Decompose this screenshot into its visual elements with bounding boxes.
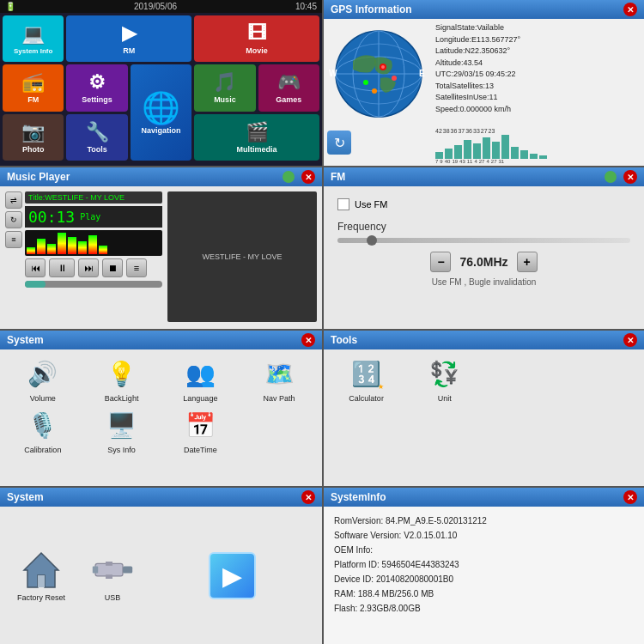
bottom-system-panel: System ✕ Factory Reset <box>0 488 322 644</box>
bar-11 <box>530 154 538 159</box>
satellite-bars <box>435 135 641 159</box>
sysinfo-label: Sys Info <box>107 446 136 454</box>
fm-decrease-button[interactable]: − <box>430 252 451 272</box>
tools-calculator-item[interactable]: 🔢 ★ Calculator <box>329 355 404 403</box>
multimedia-tile-icon: 🎬 <box>246 121 269 143</box>
sysinfo-header: SystemInfo ✕ <box>324 488 644 507</box>
eq-bar-1 <box>27 247 35 254</box>
use-fm-checkbox[interactable] <box>337 198 349 210</box>
fm-increase-button[interactable]: + <box>517 252 538 272</box>
music-close-button[interactable]: ✕ <box>301 170 315 184</box>
music-eq-button[interactable]: ≡ <box>5 231 22 248</box>
tile-games-label: Games <box>276 95 301 104</box>
calibration-icon: 🎙️ <box>24 406 62 444</box>
tile-tools-label: Tools <box>87 145 106 154</box>
music-title: Music Player <box>7 171 70 183</box>
svg-text:W: W <box>329 69 337 78</box>
tools-title: Tools <box>331 334 357 346</box>
system-volume-item[interactable]: 🔊 Volume <box>5 355 81 403</box>
system-datetime-item[interactable]: 📅 DateTime <box>163 406 239 454</box>
music-time-display: 00:13 Play <box>25 206 162 228</box>
music-prev-button[interactable]: ⏮ <box>25 258 46 277</box>
music-stop-button[interactable]: ⏹ <box>102 258 123 277</box>
tile-games[interactable]: 🎮 Games <box>258 64 319 111</box>
tile-sysinfo[interactable]: 💻 System Info <box>3 15 64 62</box>
tools-tile-icon: 🔧 <box>86 121 109 143</box>
tools-header: Tools ✕ <box>324 331 644 349</box>
system-header: System ✕ <box>0 331 322 349</box>
music-tile-icon: 🎵 <box>213 71 236 94</box>
system-navpath-item[interactable]: 🗺️ Nav Path <box>241 355 317 403</box>
music-album-art: WESTLIFE - MY LOVE <box>167 191 317 322</box>
calculator-marker: ★ <box>378 383 384 391</box>
tile-music[interactable]: 🎵 Music <box>194 64 255 111</box>
music-list-button[interactable]: ≡ <box>126 258 147 277</box>
system-close-button[interactable]: ✕ <box>301 333 315 347</box>
bar-8 <box>501 135 509 159</box>
factory-reset-item[interactable]: Factory Reset <box>17 549 65 602</box>
system-tools-row: System ✕ 🔊 Volume 💡 BackLight 👥 Language… <box>0 331 644 488</box>
svg-point-11 <box>392 76 397 81</box>
fm-panel: FM ✕ Use FM Frequency − 76.0MHz + U <box>322 167 644 329</box>
music-progress-bar[interactable] <box>25 281 162 288</box>
frequency-label: Frequency <box>337 221 630 233</box>
music-header: Music Player ✕ <box>0 167 322 186</box>
backlight-label: BackLight <box>105 394 139 403</box>
bottom-system-content: Factory Reset USB ▶ <box>0 507 322 644</box>
tile-navigation[interactable]: 🌐 Navigation <box>131 64 191 161</box>
tile-photo[interactable]: 📷 Photo <box>3 114 64 161</box>
music-content: ⇌ ↻ ≡ Title:WESTLIFE - MY LOVE 00:13 Pla… <box>0 186 322 327</box>
system-title: System <box>7 334 44 346</box>
music-pause-button[interactable]: ⏸ <box>49 258 75 277</box>
factory-reset-icon <box>20 549 63 592</box>
tile-rm[interactable]: ▶ RM <box>66 15 191 62</box>
gps-signal: SignalState:Vailable <box>435 22 641 34</box>
music-repeat-button[interactable]: ↻ <box>5 211 22 228</box>
sysinfo-panel: SystemInfo ✕ RomVersion: 84.PM_A9.E-5.02… <box>322 488 644 644</box>
system-calibration-item[interactable]: 🎙️ Calibration <box>5 406 81 454</box>
tile-settings[interactable]: ⚙ Settings <box>66 64 127 111</box>
tile-movie[interactable]: 🎞 Movie <box>194 15 319 62</box>
fm-active-dot <box>605 171 617 183</box>
fm-close-button[interactable]: ✕ <box>623 170 637 184</box>
bar-9 <box>511 147 519 159</box>
tile-nav-label: Navigation <box>141 126 180 135</box>
music-shuffle-button[interactable]: ⇌ <box>5 191 22 209</box>
battery-icon: 🔋 <box>5 2 15 11</box>
tile-fm[interactable]: 📻 FM <box>3 64 64 111</box>
svg-point-7 <box>381 65 385 69</box>
house-svg <box>21 550 62 591</box>
music-left-row: ⇌ ↻ ≡ Title:WESTLIFE - MY LOVE 00:13 Pla… <box>5 191 162 322</box>
tile-multimedia[interactable]: 🎬 Multimedia <box>194 114 319 161</box>
system-sysinfo-item[interactable]: 🖥️ Sys Info <box>84 406 160 454</box>
system-backlight-item[interactable]: 💡 BackLight <box>84 355 160 403</box>
music-next-button[interactable]: ⏭ <box>78 258 99 277</box>
play-large-button[interactable]: ▶ <box>209 552 256 599</box>
tile-tools[interactable]: 🔧 Tools <box>66 114 127 161</box>
tile-sysinfo-label: System Info <box>14 47 52 55</box>
gps-close-button[interactable]: ✕ <box>623 3 637 16</box>
music-track-title: Title:WESTLIFE - MY LOVE <box>25 191 162 204</box>
sysinfo-close-button[interactable]: ✕ <box>623 490 637 504</box>
tools-unit-item[interactable]: 💱 Unit <box>407 355 482 403</box>
sysinfo-title: SystemInfo <box>331 491 386 503</box>
backlight-icon: 💡 <box>103 355 141 392</box>
sysinfo-platform: Platform ID: 5946504E44383243 <box>334 557 634 572</box>
frequency-slider[interactable] <box>337 238 630 243</box>
sysinfo-device: Device ID: 20140820080001B0 <box>334 572 634 586</box>
gps-refresh-button[interactable]: ↻ <box>327 131 351 155</box>
bottom-system-close-button[interactable]: ✕ <box>301 490 315 504</box>
usb-item[interactable]: USB <box>91 549 134 602</box>
navpath-label: Nav Path <box>264 394 295 403</box>
gps-panel: GPS Information ✕ <box>322 0 644 166</box>
date-display: 2019/05/06 <box>134 2 177 11</box>
calibration-label: Calibration <box>24 446 61 454</box>
bar-5 <box>473 143 481 159</box>
music-time-value: 00:13 <box>28 208 75 226</box>
system-language-item[interactable]: 👥 Language <box>163 355 239 403</box>
sysinfo-ram: RAM: 188.4 MB/256.0 MB <box>334 586 634 601</box>
factory-reset-label: Factory Reset <box>17 593 65 602</box>
equalizer-display <box>25 230 162 256</box>
tools-close-button[interactable]: ✕ <box>623 333 637 347</box>
music-side-buttons: ⇌ ↻ ≡ <box>5 191 22 322</box>
